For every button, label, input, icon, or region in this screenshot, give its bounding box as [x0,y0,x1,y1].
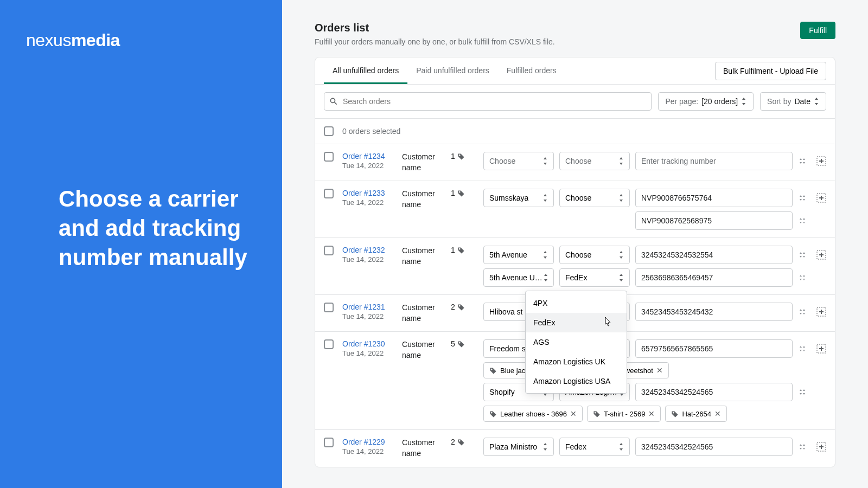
order-date: Tue 14, 2022 [342,162,402,170]
select-all-checkbox[interactable] [324,126,334,136]
order-row: Order #1233Tue 14, 2022Customername1Sums… [315,181,835,237]
order-date: Tue 14, 2022 [342,349,402,357]
page-title: Orders list [315,22,555,34]
add-row-icon[interactable] [816,307,826,317]
remove-chip-icon[interactable]: ✕ [656,366,663,375]
product-chip: Leather shoes - 3696✕ [483,406,583,422]
customer-name: Customername [402,303,451,324]
tab-fulfilled-orders[interactable]: Fulfilled orders [498,57,565,84]
item-count: 5 [451,339,478,422]
customer-name: Customername [402,438,451,459]
order-checkbox[interactable] [324,303,334,312]
drag-handle-icon[interactable] [798,273,807,282]
order-checkbox[interactable] [324,189,334,198]
customer-name: Customername [402,189,451,230]
remove-chip-icon[interactable]: ✕ [714,409,721,418]
remove-chip-icon[interactable]: ✕ [570,409,577,418]
drag-handle-icon[interactable] [798,251,807,259]
order-row: Order #1232Tue 14, 2022Customername15th … [315,237,835,294]
add-row-icon[interactable] [816,193,826,203]
sort-select[interactable]: Sort by Date [760,92,826,111]
drag-handle-icon[interactable] [798,216,807,225]
item-count: 2 [451,303,478,324]
tracking-input[interactable]: 32453245324532554 [635,246,793,264]
tracking-input[interactable]: 32452345342524565 [635,383,793,401]
order-checkbox[interactable] [324,246,334,255]
tracking-input[interactable]: NVP9008762568975 [635,211,793,230]
tracking-input[interactable]: 65797565657865565 [635,339,793,358]
dropdown-option[interactable]: AGS [526,332,627,352]
drag-handle-icon[interactable] [798,344,807,353]
dropdown-option[interactable]: 4PX [526,293,627,313]
order-checkbox[interactable] [324,438,334,447]
product-chip: T-shirt - 2569✕ [587,406,661,422]
customer-name: Customername [402,246,451,287]
address-select[interactable]: Choose [483,152,554,170]
dropdown-option[interactable]: Amazon Logistics USA [526,371,627,391]
order-date: Tue 14, 2022 [342,198,402,207]
add-row-icon[interactable] [816,156,826,166]
order-date: Tue 14, 2022 [342,312,402,320]
chevron-icon [814,98,819,105]
orders-card: All unfulfilled ordersPaid unfulfilled o… [315,57,835,467]
per-page-select[interactable]: Per page: [20 orders] [658,92,754,111]
order-checkbox[interactable] [324,339,334,349]
add-row-icon[interactable] [816,442,826,452]
tracking-input[interactable]: Enter tracking number [635,152,793,170]
add-row-icon[interactable] [816,250,826,260]
main-panel: Orders list Fulfill your orders manually… [282,0,868,488]
dropdown-option[interactable]: Amazon Logistics UK [526,352,627,371]
order-link[interactable]: Order #1230 [342,339,385,348]
chevron-icon [542,251,548,259]
address-select[interactable]: 5th Avenue US/2 [483,268,554,287]
chevron-icon [618,443,624,451]
page-subtitle: Fulfill your orders manually one by one,… [315,37,555,46]
item-count: 1 [451,246,478,287]
brand-logo: nexusmedia [26,30,256,50]
drag-handle-icon[interactable] [798,307,807,316]
order-link[interactable]: Order #1229 [342,438,385,446]
drag-handle-icon[interactable] [798,388,807,396]
carrier-dropdown: 4PXFedExAGSAmazon Logistics UKAmazon Log… [525,291,627,394]
order-checkbox[interactable] [324,152,334,162]
add-row-icon[interactable] [816,344,826,354]
customer-name: Customername [402,339,451,422]
drag-handle-icon[interactable] [798,157,807,165]
order-link[interactable]: Order #1232 [342,246,385,254]
search-icon [329,97,338,106]
fulfill-button[interactable]: Fulfill [800,22,835,39]
tracking-input[interactable]: NVP9008766575764 [635,189,793,207]
order-link[interactable]: Order #1231 [342,303,385,311]
tracking-input[interactable]: 25636986365469457 [635,268,793,287]
chevron-icon [618,157,624,165]
chevron-icon [618,194,624,202]
item-count: 1 [451,189,478,230]
table-header: 0 orders selected [315,119,835,144]
drag-handle-icon[interactable] [798,442,807,451]
tab-all-unfulfilled-orders[interactable]: All unfulfilled orders [324,57,407,84]
drag-handle-icon[interactable] [798,194,807,202]
order-link[interactable]: Order #1234 [342,152,385,160]
cursor-icon [602,316,612,327]
order-link[interactable]: Order #1233 [342,189,385,197]
item-count: 1 [451,152,478,173]
chevron-icon [618,274,624,281]
search-input[interactable] [324,92,652,111]
address-select[interactable]: Sumsskaya [483,189,554,207]
headline: Choose a carrier and add tracking number… [59,184,250,272]
tracking-input[interactable]: 32452345342524565 [635,438,793,456]
carrier-select[interactable]: Choose [559,152,630,170]
order-date: Tue 14, 2022 [342,255,402,264]
carrier-select[interactable]: Choose [559,246,630,264]
tracking-input[interactable]: 34523453453245432 [635,303,793,321]
carrier-select[interactable]: Fedex [559,438,630,456]
address-select[interactable]: Plaza Ministro [483,438,554,456]
chevron-icon [542,157,548,165]
carrier-select[interactable]: Choose [559,189,630,207]
carrier-select[interactable]: FedEx [559,268,630,287]
address-select[interactable]: 5th Avenue [483,246,554,264]
promo-panel: nexusmedia Choose a carrier and add trac… [0,0,282,488]
tab-paid-unfulfilled-orders[interactable]: Paid unfulfilled orders [407,57,498,84]
bulk-upload-button[interactable]: Bulk Fulfilment - Upload File [715,62,826,80]
remove-chip-icon[interactable]: ✕ [648,409,655,418]
